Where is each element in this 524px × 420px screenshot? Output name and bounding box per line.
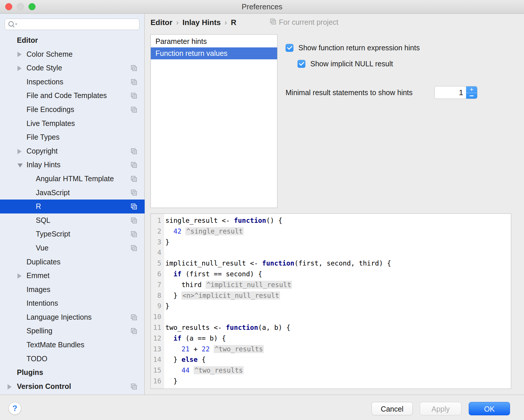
checkbox-checked-icon[interactable] — [298, 60, 305, 68]
sidebar-item-copyright[interactable]: Copyright — [0, 144, 145, 158]
code-line: 2 42 ^single_result — [151, 226, 391, 237]
copy-settings-icon — [131, 314, 137, 321]
increment-icon[interactable]: + — [466, 86, 477, 93]
copy-settings-icon — [131, 79, 137, 85]
sidebar-item-language-injections[interactable]: Language Injections — [0, 310, 145, 324]
line-number: 15 — [151, 365, 164, 376]
copy-settings-icon — [131, 176, 137, 182]
minimize-button — [17, 3, 24, 10]
cancel-button[interactable]: Cancel — [371, 402, 413, 415]
sidebar-item-file-and-code-templates[interactable]: File and Code Templates — [0, 89, 145, 103]
minimal-statements-spinner[interactable]: + — [434, 86, 477, 99]
spinner-stepper[interactable]: + — [466, 86, 477, 99]
sidebar-item-vue[interactable]: Vue — [0, 241, 145, 255]
decrement-icon[interactable] — [466, 93, 477, 99]
settings-tree: EditorColor SchemeCode StyleInspectionsF… — [0, 33, 145, 393]
line-number: 3 — [151, 237, 164, 248]
line-number: 11 — [151, 322, 164, 333]
sidebar-item-color-scheme[interactable]: Color Scheme — [0, 47, 145, 61]
sidebar-item-file-encodings[interactable]: File Encodings — [0, 103, 145, 117]
sidebar-item-inspections[interactable]: Inspections — [0, 75, 145, 89]
sidebar-item-inlay-hints[interactable]: Inlay Hints — [0, 158, 145, 172]
minimal-statements-row: Minimal result statements to show hints — [286, 86, 413, 99]
line-number: 4 — [151, 247, 164, 258]
breadcrumb-part[interactable]: Inlay Hints — [183, 18, 221, 27]
sidebar-item-editor[interactable]: Editor — [0, 33, 145, 47]
code-line: 13 21 + 22 ^two_results — [151, 344, 391, 355]
sidebar-item-typescript[interactable]: TypeScript — [0, 227, 145, 241]
chevron-collapsed-icon[interactable] — [8, 384, 12, 389]
line-number: 6 — [151, 269, 164, 280]
sidebar-item-textmate-bundles[interactable]: TextMate Bundles — [0, 338, 145, 352]
sidebar-item-r[interactable]: R — [0, 200, 145, 213]
zoom-button[interactable] — [29, 3, 36, 10]
checkbox-label: Show function return expression hints — [298, 44, 420, 52]
breadcrumb-part[interactable]: Editor — [151, 18, 172, 27]
sidebar-item-sql[interactable]: SQL — [0, 213, 145, 227]
inlay-hint-chip: ^implicit_null_result — [206, 281, 292, 289]
chevron-collapsed-icon[interactable] — [17, 52, 22, 57]
line-number: 7 — [151, 280, 164, 290]
copy-settings-icon — [131, 383, 137, 390]
hint-type-list: Parameter hintsFunction return values — [151, 34, 277, 208]
sidebar-item-code-style[interactable]: Code Style — [0, 61, 145, 75]
chevron-collapsed-icon[interactable] — [17, 273, 22, 279]
sidebar-item-label: Spelling — [26, 324, 52, 338]
line-number: 1 — [151, 215, 164, 226]
code-line: 8 } <n>^implicit_null_result — [151, 290, 391, 301]
sidebar-item-duplicates[interactable]: Duplicates — [0, 255, 145, 269]
window-title: Preferences — [0, 0, 524, 13]
ok-button[interactable]: OK — [469, 402, 510, 415]
sidebar-item-label: Editor — [17, 33, 38, 47]
sidebar-item-label: Images — [26, 283, 50, 297]
code-line: 1single_result <- function() { — [151, 215, 391, 226]
sidebar-item-images[interactable]: Images — [0, 283, 145, 297]
checkbox-row-implicit-null[interactable]: Show implicit NULL result — [298, 60, 393, 68]
code-line: 5implicit_null_result <- function(first,… — [151, 258, 391, 269]
sidebar-item-spelling[interactable]: Spelling — [0, 324, 145, 338]
close-button[interactable] — [5, 3, 12, 10]
chevron-collapsed-icon[interactable] — [17, 66, 22, 71]
copy-settings-icon — [131, 203, 137, 210]
sidebar-item-live-templates[interactable]: Live Templates — [0, 117, 145, 131]
sidebar-item-label: Inlay Hints — [26, 158, 61, 172]
sidebar-item-intentions[interactable]: Intentions — [0, 296, 145, 310]
hint-type-function-return-values[interactable]: Function return values — [151, 47, 277, 59]
sidebar-item-todo[interactable]: TODO — [0, 352, 145, 366]
sidebar-item-version-control[interactable]: Version Control — [0, 380, 145, 394]
breadcrumb[interactable]: Editor›Inlay Hints›R — [151, 18, 236, 27]
code-line: 7 third ^implicit_null_result — [151, 280, 391, 290]
sidebar-item-label: File Encodings — [26, 103, 74, 117]
apply-button: Apply — [420, 402, 461, 415]
breadcrumb-part[interactable]: R — [231, 18, 236, 27]
sidebar-item-label: Plugins — [17, 366, 43, 380]
sidebar-item-label: Code Style — [26, 61, 62, 75]
code-line: 9} — [151, 301, 391, 312]
chevron-collapsed-icon[interactable] — [17, 149, 22, 154]
settings-search[interactable] — [5, 19, 139, 30]
hint-type-parameter-hints[interactable]: Parameter hints — [151, 35, 277, 47]
checkbox-row-return-hints[interactable]: Show function return expression hints — [286, 44, 420, 52]
sidebar-item-label: Angular HTML Template — [36, 172, 114, 186]
sidebar-item-javascript[interactable]: JavaScript — [0, 186, 145, 200]
search-input[interactable] — [17, 20, 139, 29]
inlay-hint-chip: ^two_results — [194, 366, 244, 374]
line-number: 2 — [151, 226, 164, 237]
sidebar-item-label: Copyright — [26, 144, 58, 158]
minimal-statements-label: Minimal result statements to show hints — [286, 88, 413, 97]
code-line: 6 if (first == second) { — [151, 269, 391, 280]
sidebar-item-file-types[interactable]: File Types — [0, 130, 145, 144]
code-preview-pane[interactable]: 1single_result <- function() {2 42 ^sing… — [151, 213, 511, 389]
line-number: 16 — [151, 376, 164, 387]
copy-settings-icon — [131, 328, 137, 334]
sidebar-item-angular-html-template[interactable]: Angular HTML Template — [0, 172, 145, 186]
sidebar-item-label: Color Scheme — [26, 47, 72, 61]
sidebar-item-label: Inspections — [26, 75, 63, 89]
chevron-expanded-icon[interactable] — [17, 163, 23, 168]
spinner-value-field[interactable] — [435, 86, 466, 99]
checkbox-label: Show implicit NULL result — [310, 60, 393, 68]
checkbox-checked-icon[interactable] — [286, 44, 293, 52]
help-button[interactable]: ? — [8, 402, 21, 415]
sidebar-item-plugins[interactable]: Plugins — [0, 366, 145, 380]
sidebar-item-emmet[interactable]: Emmet — [0, 269, 145, 283]
